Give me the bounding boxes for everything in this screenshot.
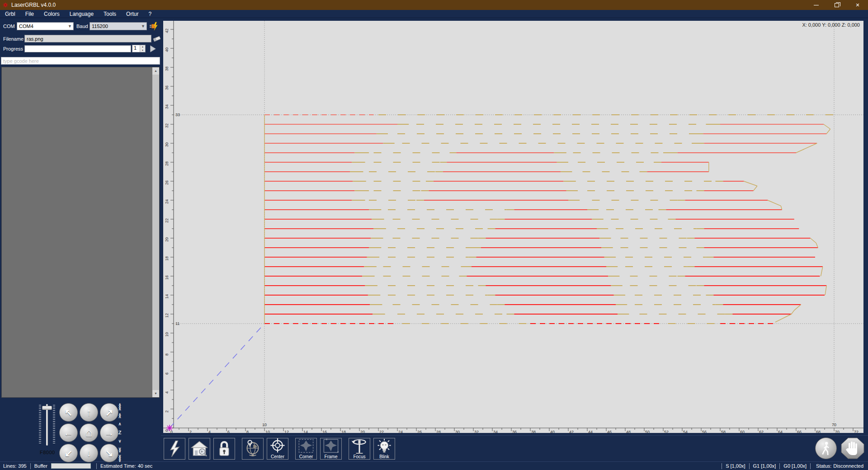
home-search-icon	[190, 440, 208, 457]
homing-button[interactable]	[189, 438, 210, 460]
corner-shape-icon	[297, 438, 315, 455]
svg-text:10: 10	[262, 423, 267, 427]
passes-spinner[interactable]: 1 ▲▼	[132, 45, 146, 52]
arrow-w-icon: ←	[64, 428, 73, 438]
z-up-3-button[interactable]: ∧∧∧	[118, 403, 122, 411]
com-label: COM	[3, 24, 15, 29]
feed-slider[interactable]	[39, 403, 55, 448]
svg-text:66: 66	[797, 430, 802, 433]
svg-text:6: 6	[227, 430, 230, 433]
svg-text:38: 38	[531, 430, 536, 433]
filename-input[interactable]: ras.png	[24, 35, 151, 42]
jog-w-button[interactable]: ←	[59, 423, 78, 442]
menu-item-[interactable]: ?	[143, 10, 156, 18]
minimize-button[interactable]	[806, 0, 826, 10]
svg-text:4: 4	[165, 391, 169, 394]
arrow-e-icon: →	[104, 428, 114, 438]
close-icon: ✕	[855, 2, 859, 8]
g0-scale[interactable]: G0 [1,00x]	[783, 463, 807, 469]
jog-sw-button[interactable]: ↙	[59, 444, 78, 462]
svg-text:33: 33	[175, 113, 180, 117]
svg-text:16: 16	[322, 430, 327, 433]
chevron-down-icon: ∨	[118, 450, 122, 452]
spinner-arrows[interactable]: ▲▼	[140, 45, 145, 52]
scrollbar-thumb[interactable]	[152, 75, 159, 390]
buffer-label: Buffer	[33, 463, 48, 469]
z-up-1-button[interactable]: ∧	[118, 420, 122, 428]
menu-item-language[interactable]: Language	[65, 10, 99, 18]
menu-item-file[interactable]: File	[20, 10, 39, 18]
frame-trace-button[interactable]: Frame	[320, 438, 342, 460]
log-scrollbar[interactable]: ▲ ▼	[152, 67, 159, 397]
time-value: 40 sec	[137, 463, 153, 469]
menu-item-grbl[interactable]: Grbl	[0, 10, 20, 18]
title-bar: LaserGRBL v4.0.0 ✕	[0, 0, 868, 10]
svg-text:36: 36	[512, 430, 517, 433]
z-up-2-button[interactable]: ∧∧	[118, 411, 122, 420]
connect-plug-button[interactable]	[149, 22, 159, 31]
slider-thumb[interactable]	[42, 406, 52, 410]
bulb-icon	[377, 438, 392, 455]
svg-text:60: 60	[740, 430, 745, 433]
time-label: Estimated Time:	[99, 463, 137, 469]
svg-text:68: 68	[816, 430, 821, 433]
padlock-icon	[217, 440, 231, 457]
go-center-button[interactable]: Center	[267, 438, 288, 460]
svg-text:36: 36	[165, 85, 169, 90]
svg-text:14: 14	[165, 294, 169, 299]
z-down-1-button[interactable]: ∨	[118, 437, 122, 446]
svg-text:30: 30	[165, 142, 169, 147]
svg-text:26: 26	[417, 430, 422, 433]
z-jog-strip: ∧∧∧∧∧∧Z∨∨∨∨∨∨	[116, 403, 124, 463]
scroll-down-icon[interactable]: ▼	[152, 390, 159, 397]
com-port-value: COM4	[19, 24, 33, 29]
svg-text:16: 16	[165, 275, 169, 280]
baud-select[interactable]: 115200▼	[90, 22, 147, 30]
lines-value: 395	[17, 463, 27, 469]
chevron-down-icon: ∨	[118, 440, 122, 442]
menu-item-colors[interactable]: Colors	[39, 10, 65, 18]
z-down-3-button[interactable]: ∨∨∨	[118, 454, 122, 463]
svg-text:42: 42	[569, 430, 574, 433]
s-scale[interactable]: S [1,00x]	[725, 463, 746, 469]
jog-home-button[interactable]: ⌂	[80, 423, 98, 442]
arrow-n-icon: ↑	[86, 407, 91, 418]
blink-button[interactable]: Blink	[373, 438, 395, 460]
menu-item-ortur[interactable]: Ortur	[121, 10, 143, 18]
preview-canvas[interactable]: X: 0,000 Y: 0,000 Z: 0,000 0246810121416…	[163, 21, 863, 433]
log-area: ▲ ▼	[1, 67, 160, 398]
svg-text:6: 6	[165, 372, 169, 375]
g1-scale[interactable]: G1 [1,00x]	[752, 463, 777, 469]
close-button[interactable]: ✕	[847, 0, 868, 10]
svg-text:52: 52	[664, 430, 669, 433]
clear-file-button[interactable]	[152, 34, 162, 43]
run-job-button[interactable]	[815, 437, 837, 459]
control-panel: COM COM4▼ Baud 115200▼ Filename ras.png	[0, 18, 161, 461]
gcode-command-input[interactable]: type gcode here	[1, 57, 160, 65]
svg-text:8: 8	[246, 430, 249, 433]
menu-item-tools[interactable]: Tools	[99, 10, 121, 18]
connect-button[interactable]	[164, 438, 185, 460]
com-port-select[interactable]: COM4▼	[17, 22, 74, 30]
abort-job-button[interactable]	[841, 437, 864, 459]
corner-trace-button[interactable]: Corner	[295, 438, 317, 460]
jog-nw-button[interactable]: ↖	[59, 403, 78, 422]
minimize-icon	[814, 5, 819, 5]
svg-text:18: 18	[341, 430, 346, 433]
jog-s-button[interactable]: ↓	[80, 444, 98, 462]
scroll-up-icon[interactable]: ▲	[152, 67, 159, 75]
bottom-toolbar: CenterCornerFrameFocusBlink	[161, 435, 868, 461]
jog-n-button[interactable]: ↑	[80, 403, 98, 422]
frame-shape-icon	[322, 438, 340, 455]
unlock-button[interactable]	[213, 438, 235, 460]
focus-button[interactable]: Focus	[349, 438, 370, 460]
filename-value: ras.png	[27, 36, 43, 42]
maximize-button[interactable]	[826, 0, 847, 10]
svg-text:0: 0	[165, 429, 169, 432]
z-down-2-button[interactable]: ∨∨	[118, 446, 122, 454]
chevron-down-icon: ∨	[118, 460, 122, 462]
play-button[interactable]	[148, 44, 158, 53]
svg-text:26: 26	[165, 180, 169, 185]
set-position-button[interactable]	[242, 438, 264, 460]
position-readout: X: 0,000 Y: 0,000 Z: 0,000	[802, 22, 860, 28]
